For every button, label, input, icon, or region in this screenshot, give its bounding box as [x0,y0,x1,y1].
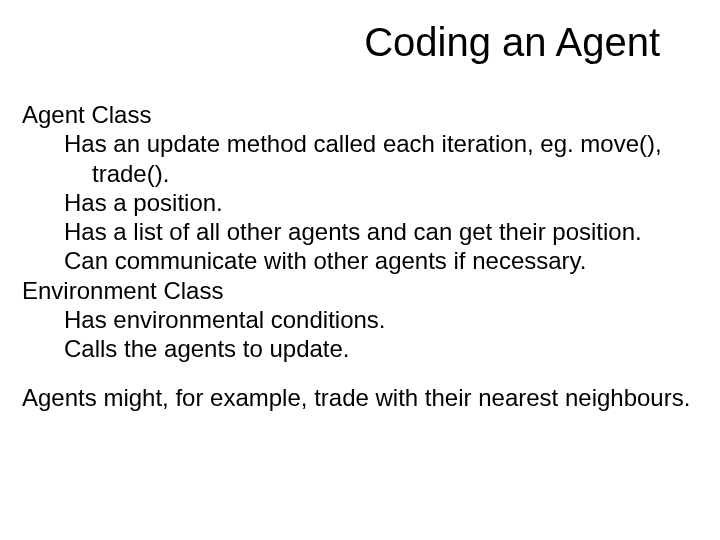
spacer [22,363,698,383]
body-line: Can communicate with other agents if nec… [64,246,698,275]
body-line: Has an update method called each iterati… [64,129,698,158]
slide-body: Agent Class Has an update method called … [22,100,698,413]
body-line: Calls the agents to update. [64,334,698,363]
body-line: Has a position. [64,188,698,217]
body-line: trade(). [92,159,698,188]
slide-title: Coding an Agent [364,20,660,65]
body-line: Has a list of all other agents and can g… [64,217,698,246]
section-heading-environment-class: Environment Class [22,276,698,305]
body-line: Has environmental conditions. [64,305,698,334]
slide: Coding an Agent Agent Class Has an updat… [0,0,720,540]
body-footnote: Agents might, for example, trade with th… [22,383,698,412]
section-heading-agent-class: Agent Class [22,100,698,129]
